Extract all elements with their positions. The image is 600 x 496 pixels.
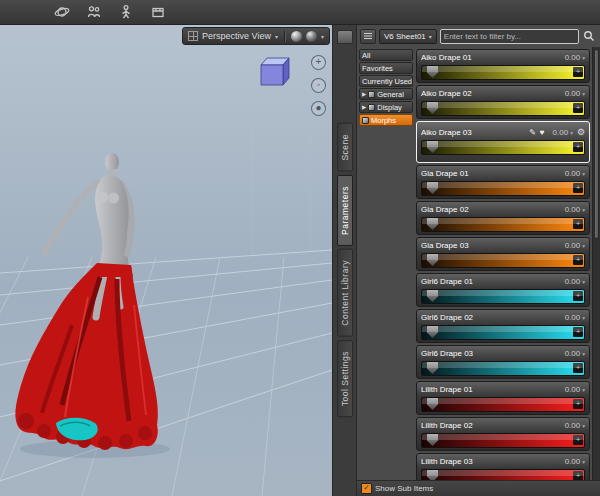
slider-knob[interactable] (427, 290, 438, 302)
show-sub-items-checkbox[interactable]: ✓ (361, 483, 372, 494)
slider-knob[interactable] (427, 362, 438, 374)
value-chevron-icon[interactable]: ▾ (582, 55, 585, 61)
slider-track[interactable]: + (421, 289, 585, 304)
slider-value[interactable]: 0.00 (565, 241, 581, 250)
slider-track[interactable]: + (421, 397, 585, 412)
side-tab[interactable]: Tool Settings (337, 340, 353, 417)
slider-track[interactable]: + (421, 469, 585, 480)
value-chevron-icon[interactable]: ▾ (582, 351, 585, 357)
category-item[interactable]: ▶ Morphs (359, 114, 413, 126)
slider-track[interactable]: + (421, 325, 585, 340)
slider-track[interactable]: + (421, 217, 585, 232)
slider-plus-button[interactable]: + (573, 183, 583, 193)
value-chevron-icon[interactable]: ▾ (582, 279, 585, 285)
slider-value[interactable]: 0.00 (565, 53, 581, 62)
slider-track[interactable]: + (421, 101, 585, 116)
slider-plus-button[interactable]: + (573, 67, 583, 77)
figure-model[interactable] (42, 153, 132, 268)
slider-track[interactable]: + (421, 433, 585, 448)
morph-slider-row[interactable]: Gia Drape 02 ✎ ♥ 0.00 ▾ ⚙ (416, 201, 590, 235)
slider-value[interactable]: 0.00 (565, 457, 581, 466)
expand-arrow-icon[interactable]: ▶ (362, 104, 366, 110)
slider-value[interactable]: 0.00 (565, 205, 581, 214)
slider-track[interactable]: + (421, 140, 585, 155)
value-chevron-icon[interactable]: ▾ (582, 423, 585, 429)
morph-slider-row[interactable]: Lilith Drape 02 ✎ ♥ 0.00 ▾ ⚙ (416, 417, 590, 451)
category-item[interactable]: ▶ Display (359, 101, 413, 113)
slider-knob[interactable] (427, 254, 438, 266)
slider-plus-button[interactable]: + (573, 291, 583, 301)
morph-slider-row[interactable]: Aiko Drape 03 ✎ ♥ 0.00 ▾ ⚙ (416, 121, 590, 163)
value-chevron-icon[interactable]: ▾ (582, 243, 585, 249)
view-selector[interactable]: Perspective View (202, 31, 271, 41)
slider-value[interactable]: 0.00 (565, 277, 581, 286)
slider-knob[interactable] (427, 398, 438, 410)
value-chevron-icon[interactable]: ▾ (582, 91, 585, 97)
slider-value[interactable]: 0.00 (553, 128, 569, 137)
morph-slider-row[interactable]: Gia Drape 03 ✎ ♥ 0.00 ▾ ⚙ (416, 237, 590, 271)
figure-tool-icon[interactable] (116, 2, 136, 22)
gear-icon[interactable]: ⚙ (577, 128, 585, 137)
slider-value[interactable]: 0.00 (565, 89, 581, 98)
dress-drape[interactable] (15, 225, 158, 450)
slider-knob[interactable] (427, 470, 438, 480)
slider-plus-button[interactable]: + (573, 255, 583, 265)
morph-slider-row[interactable]: Lilith Drape 01 ✎ ♥ 0.00 ▾ ⚙ (416, 381, 590, 415)
slider-knob[interactable] (427, 141, 438, 153)
zoom-control-icon[interactable]: + (311, 55, 326, 70)
pane-menu-icon[interactable] (360, 29, 376, 44)
value-chevron-icon[interactable]: ▾ (582, 315, 585, 321)
category-item[interactable]: ▶ All (359, 49, 413, 61)
category-item[interactable]: ▶ Favorites (359, 62, 413, 74)
slider-knob[interactable] (427, 326, 438, 338)
slider-plus-button[interactable]: + (573, 399, 583, 409)
slider-plus-button[interactable]: + (573, 327, 583, 337)
shaded-style-icon[interactable] (291, 31, 302, 42)
slider-plus-button[interactable]: + (573, 219, 583, 229)
morph-slider-row[interactable]: Girl6 Drape 02 ✎ ♥ 0.00 ▾ ⚙ (416, 309, 590, 343)
slider-value[interactable]: 0.00 (565, 313, 581, 322)
slider-plus-button[interactable]: + (573, 435, 583, 445)
viewport-3d[interactable]: Perspective View ▾ ▾ + ◦ ● (0, 25, 332, 496)
filter-input[interactable] (440, 29, 579, 44)
side-tab[interactable]: Scene (337, 123, 353, 172)
value-chevron-icon[interactable]: ▾ (582, 171, 585, 177)
pan-control-icon[interactable]: ● (311, 101, 326, 116)
slider-plus-button[interactable]: + (573, 363, 583, 373)
category-item[interactable]: ▶ Currently Used (359, 75, 413, 87)
scene-canvas[interactable] (0, 25, 332, 496)
morph-slider-row[interactable]: Gia Drape 01 ✎ ♥ 0.00 ▾ ⚙ (416, 165, 590, 199)
rotate-tool-icon[interactable] (52, 2, 72, 22)
scrollbar-thumb[interactable] (594, 49, 599, 239)
value-chevron-icon[interactable]: ▾ (570, 130, 573, 136)
view-cube[interactable] (254, 53, 292, 89)
slider-track[interactable]: + (421, 361, 585, 376)
value-chevron-icon[interactable]: ▾ (582, 387, 585, 393)
morph-slider-row[interactable]: Lilith Drape 03 ✎ ♥ 0.00 ▾ ⚙ (416, 453, 590, 480)
category-item[interactable]: ▶ General (359, 88, 413, 100)
slider-plus-button[interactable]: + (573, 103, 583, 113)
slider-knob[interactable] (427, 102, 438, 114)
favorite-icon[interactable]: ♥ (540, 128, 545, 137)
style-menu-chevron-icon[interactable]: ▾ (321, 33, 324, 40)
morph-slider-row[interactable]: Girl6 Drape 03 ✎ ♥ 0.00 ▾ ⚙ (416, 345, 590, 379)
slider-track[interactable]: + (421, 181, 585, 196)
search-icon[interactable] (581, 28, 597, 44)
side-tab[interactable]: Content Library (337, 249, 353, 337)
scrollbar[interactable] (592, 47, 600, 480)
people-tool-icon[interactable] (84, 2, 104, 22)
orbit-control-icon[interactable]: ◦ (311, 78, 326, 93)
slider-track[interactable]: + (421, 253, 585, 268)
smooth-style-icon[interactable] (306, 31, 317, 42)
slider-value[interactable]: 0.00 (565, 169, 581, 178)
slider-knob[interactable] (427, 218, 438, 230)
morph-slider-row[interactable]: Girl6 Drape 01 ✎ ♥ 0.00 ▾ ⚙ (416, 273, 590, 307)
expand-arrow-icon[interactable]: ▶ (362, 91, 366, 97)
frame-tool-icon[interactable] (148, 2, 168, 22)
slider-plus-button[interactable]: + (573, 142, 583, 152)
value-chevron-icon[interactable]: ▾ (582, 459, 585, 465)
slider-knob[interactable] (427, 434, 438, 446)
morph-slider-row[interactable]: Aiko Drape 01 ✎ ♥ 0.00 ▾ ⚙ (416, 49, 590, 83)
slider-value[interactable]: 0.00 (565, 385, 581, 394)
chevron-down-icon[interactable]: ▾ (275, 33, 278, 40)
